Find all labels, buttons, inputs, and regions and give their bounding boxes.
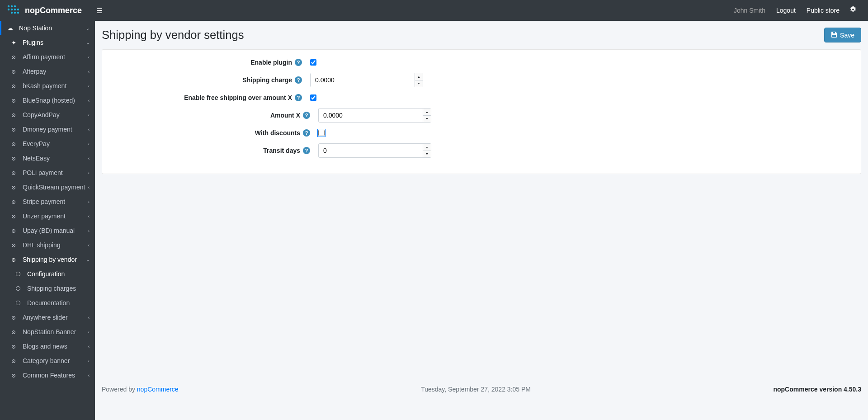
- public-store-link[interactable]: Public store: [801, 7, 845, 14]
- help-icon[interactable]: ?: [295, 94, 302, 101]
- help-icon[interactable]: ?: [303, 112, 310, 119]
- sidebar-plugin-item[interactable]: Unzer payment‹: [0, 209, 95, 223]
- sidebar-item-label: Afterpay: [23, 68, 88, 75]
- chevron-down-icon: ⌄: [86, 40, 90, 45]
- spin-up-icon[interactable]: ▲: [423, 109, 431, 116]
- sidebar: ☁ Nop Station ⌄ ✦ Plugins ⌄ Affirm payme…: [0, 21, 95, 420]
- settings-icon[interactable]: [845, 6, 861, 15]
- sidebar-plugin-item[interactable]: QuickStream payment‹: [0, 180, 95, 194]
- circle-dot-icon: [9, 141, 18, 147]
- chevron-left-icon: ‹: [88, 113, 90, 118]
- menu-toggle-icon[interactable]: ☰: [93, 6, 106, 15]
- cloud-icon: ☁: [5, 25, 14, 32]
- sidebar-plugin-item[interactable]: DHL shipping‹: [0, 238, 95, 252]
- svg-point-2: [14, 5, 16, 7]
- sidebar-item-label: Blogs and news: [23, 343, 88, 350]
- circle-dot-icon: [9, 54, 18, 61]
- sidebar-plugin-item[interactable]: NetsEasy‹: [0, 151, 95, 165]
- chevron-left-icon: ‹: [88, 156, 90, 161]
- field-amount-x: Amount X ? ▲ ▼: [111, 108, 852, 123]
- circle-dot-icon: [9, 126, 18, 133]
- chevron-down-icon: ⌄: [86, 257, 90, 262]
- svg-point-0: [8, 5, 9, 7]
- main-content: Shipping by vendor settings Save Enable …: [95, 21, 868, 420]
- help-icon[interactable]: ?: [303, 147, 310, 154]
- sidebar-plugin-item[interactable]: Dmoney payment‹: [0, 122, 95, 137]
- spin-down-icon[interactable]: ▼: [423, 151, 431, 158]
- sidebar-item-nopstation[interactable]: ☁ Nop Station ⌄: [0, 21, 95, 35]
- sidebar-item-label: Stripe payment: [23, 198, 88, 205]
- spin-up-icon[interactable]: ▲: [415, 73, 423, 80]
- sidebar-item-label: Dmoney payment: [23, 126, 88, 133]
- sidebar-plugin-item[interactable]: EveryPay‹: [0, 137, 95, 151]
- sidebar-item-shipping-by-vendor[interactable]: Shipping by vendor ⌄: [0, 252, 95, 267]
- spin-up-icon[interactable]: ▲: [423, 144, 431, 151]
- input-transit-days[interactable]: [319, 144, 423, 157]
- circle-dot-icon: [9, 372, 18, 379]
- chevron-left-icon: ‹: [88, 55, 90, 60]
- chevron-left-icon: ‹: [88, 228, 90, 233]
- sidebar-plugin-item[interactable]: Blogs and news‹: [0, 339, 95, 354]
- nopcommerce-link[interactable]: nopCommerce: [137, 386, 179, 393]
- chevron-left-icon: ‹: [88, 243, 90, 248]
- footer: Powered by nopCommerce Tuesday, Septembe…: [102, 379, 861, 393]
- input-amount-x[interactable]: [319, 109, 423, 122]
- save-button[interactable]: Save: [824, 28, 861, 42]
- sidebar-plugin-item[interactable]: BlueSnap (hosted)‹: [0, 93, 95, 108]
- sidebar-item-plugins[interactable]: ✦ Plugins ⌄: [0, 35, 95, 50]
- help-icon[interactable]: ?: [295, 59, 302, 66]
- brand-text: nopCommerce: [25, 6, 82, 15]
- circle-dot-icon: [9, 314, 18, 321]
- sidebar-plugin-item[interactable]: Common Features‹: [0, 368, 95, 382]
- sidebar-item-label: NopStation Banner: [23, 328, 88, 335]
- label-enable-plugin: Enable plugin: [250, 59, 292, 66]
- plug-icon: ✦: [9, 39, 18, 46]
- checkbox-with-discounts[interactable]: [318, 130, 325, 136]
- chevron-left-icon: ‹: [88, 69, 90, 74]
- help-icon[interactable]: ?: [295, 76, 302, 84]
- sidebar-item-label: Category banner: [23, 357, 88, 364]
- sidebar-plugin-item[interactable]: Category banner‹: [0, 354, 95, 368]
- sidebar-plugin-item[interactable]: Anywhere slider‹: [0, 310, 95, 325]
- spin-down-icon[interactable]: ▼: [415, 80, 423, 87]
- sidebar-plugin-item[interactable]: bKash payment‹: [0, 79, 95, 93]
- circle-icon: [14, 285, 23, 292]
- checkbox-enable-plugin[interactable]: [310, 59, 316, 66]
- logout-link[interactable]: Logout: [771, 7, 801, 14]
- sidebar-item-label: EveryPay: [23, 140, 88, 147]
- circle-icon: [14, 271, 23, 278]
- sidebar-plugin-item[interactable]: Afterpay‹: [0, 64, 95, 79]
- top-navbar: nopCommerce ☰ John Smith Logout Public s…: [0, 0, 868, 21]
- sidebar-plugin-item[interactable]: POLi payment‹: [0, 165, 95, 180]
- help-icon[interactable]: ?: [303, 129, 310, 137]
- input-shipping-charge[interactable]: [311, 73, 415, 87]
- label-transit-days: Transit days: [263, 147, 300, 154]
- sidebar-sub-item[interactable]: Shipping charges: [0, 281, 95, 296]
- chevron-left-icon: ‹: [88, 330, 90, 335]
- chevron-left-icon: ‹: [88, 373, 90, 378]
- sidebar-plugin-item[interactable]: CopyAndPay‹: [0, 108, 95, 122]
- label-enable-free-shipping: Enable free shipping over amount X: [184, 94, 292, 101]
- sidebar-item-label: Shipping charges: [27, 285, 90, 292]
- sidebar-item-label: CopyAndPay: [23, 111, 88, 118]
- content-header: Shipping by vendor settings Save: [102, 28, 861, 42]
- sidebar-plugin-item[interactable]: NopStation Banner‹: [0, 325, 95, 339]
- sidebar-sub-item[interactable]: Configuration: [0, 267, 95, 281]
- sidebar-item-label: bKash payment: [23, 82, 88, 90]
- brand-logo[interactable]: nopCommerce: [7, 5, 93, 16]
- sidebar-plugin-item[interactable]: Stripe payment‹: [0, 194, 95, 209]
- sidebar-item-label: DHL shipping: [23, 241, 88, 249]
- sidebar-sub-item[interactable]: Documentation: [0, 296, 95, 310]
- circle-icon: [14, 300, 23, 307]
- svg-point-7: [11, 12, 13, 14]
- spin-down-icon[interactable]: ▼: [423, 116, 431, 123]
- sidebar-item-label: POLi payment: [23, 169, 88, 176]
- sidebar-plugin-item[interactable]: Affirm payment‹: [0, 50, 95, 64]
- circle-dot-icon: [9, 170, 18, 176]
- circle-dot-icon: [9, 155, 18, 162]
- checkbox-enable-free-shipping[interactable]: [310, 94, 316, 101]
- sidebar-item-label: Plugins: [23, 39, 86, 46]
- page-title: Shipping by vendor settings: [102, 28, 244, 42]
- sidebar-plugin-item[interactable]: Upay (BD) manual‹: [0, 223, 95, 238]
- svg-point-9: [17, 12, 19, 14]
